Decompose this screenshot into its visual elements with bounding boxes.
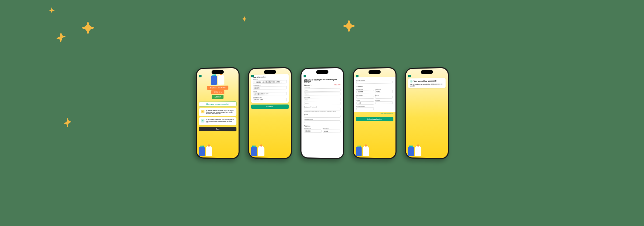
- app-logo-icon: [251, 75, 254, 77]
- phone-input[interactable]: [304, 120, 340, 123]
- add-more-members-link[interactable]: + Add more members: [354, 112, 395, 115]
- room-label: Room number: [356, 105, 393, 107]
- success-title: Your request has been sent!: [413, 80, 436, 82]
- phone-mockup-2: ← Your information Address 〒252-0318 神奈川…: [248, 67, 292, 159]
- sun-icon: ☀: [201, 110, 204, 113]
- star-icon: [342, 19, 356, 34]
- room-input[interactable]: [356, 107, 374, 110]
- street-label: Street: [356, 100, 374, 101]
- share-energy-button[interactable]: Share your energy production: [199, 101, 236, 106]
- ribbon-1: あなたのエネルギーを: [207, 85, 228, 90]
- start-button[interactable]: Start: [199, 127, 236, 131]
- phone-mockup-1: あなたのエネルギーを 大切な方へ お裾分け Share your energy …: [196, 67, 240, 159]
- group-icon: ⚘: [201, 119, 204, 122]
- king-mascot-icon: [211, 76, 217, 85]
- ribbon-3: お裾分け: [212, 95, 223, 99]
- success-card: ✓Your request has been sent! We will get…: [408, 78, 446, 88]
- submit-application-button[interactable]: Submit application: [356, 117, 393, 121]
- postal-label: Postal code: [304, 128, 321, 129]
- customer-id-label: Customer ID (optional): [304, 106, 340, 107]
- back-icon[interactable]: ←: [408, 71, 410, 73]
- lastname-kana-input[interactable]: Kana: [304, 92, 340, 95]
- success-body: We will get back to you with the details…: [410, 83, 444, 87]
- queen-mascot-icon: [206, 146, 212, 156]
- app-logo-icon: [199, 75, 201, 77]
- postal-input[interactable]: 1510053: [356, 90, 374, 94]
- share-with-heading: With whom would you like to share your e…: [304, 78, 340, 82]
- app-logo-icon: [303, 75, 306, 77]
- consumer-info-text: As an energy consumer, you can be part o…: [206, 119, 234, 123]
- queen-mascot-icon: [258, 146, 264, 156]
- prefecture-select[interactable]: 北海道: [322, 130, 340, 133]
- star-icon: [240, 16, 248, 24]
- customer-id-input[interactable]: 0003345: [253, 86, 287, 89]
- phone-mockup-5: ← ✓Your request has been sent! We will g…: [405, 67, 449, 159]
- customer-id-hint: Adding customer ID helps us process your…: [304, 111, 340, 112]
- clear-member-link[interactable]: × Not here: [334, 84, 340, 85]
- building-label: Building: [375, 99, 392, 101]
- star-icon: [55, 31, 67, 44]
- check-icon: ✓: [410, 80, 413, 82]
- prefecture-select[interactable]: 北海道: [375, 90, 392, 93]
- king-mascot-icon: [356, 146, 361, 156]
- star-icon: [80, 21, 95, 36]
- king-mascot-icon: [199, 146, 204, 156]
- app-logo-icon: [356, 75, 358, 77]
- firstname-kana-input[interactable]: Kana: [304, 102, 340, 105]
- back-icon[interactable]: ←: [251, 71, 253, 73]
- district-label: District: [375, 94, 392, 96]
- welcome-banner: あなたのエネルギーを 大切な方へ お裾分け: [197, 68, 238, 100]
- street-input[interactable]: 1-1-1: [356, 101, 374, 105]
- ribbon-2: 大切な方へ: [211, 90, 224, 94]
- continue-button[interactable]: Continue: [251, 104, 289, 109]
- phone-mockup-3: ← With whom would you like to share your…: [300, 67, 344, 159]
- email-input[interactable]: admin@codeborne.com: [253, 92, 287, 95]
- app-logo-icon: [408, 75, 411, 77]
- king-mascot-icon: [251, 146, 257, 156]
- star-icon: [62, 117, 73, 128]
- firstname-kanji-input[interactable]: Kanji: [304, 98, 340, 101]
- member-1-label: Member 1: [304, 84, 311, 86]
- email-label: E-mail: [304, 113, 340, 115]
- prefecture-label: Prefecture: [322, 128, 340, 130]
- back-icon[interactable]: ←: [303, 71, 306, 73]
- address-select[interactable]: 〒252-0318 神奈川県 相模原市南区 上鶴間1-…: [253, 80, 287, 84]
- queen-mascot-icon: [415, 146, 421, 156]
- star-icon: [47, 6, 56, 16]
- municipality-input[interactable]: [356, 96, 374, 99]
- your-information-card: Your information Address 〒252-0318 神奈川県 …: [251, 74, 289, 103]
- queen-mascot-icon: [363, 146, 369, 156]
- district-input[interactable]: [375, 96, 392, 99]
- your-information-heading: Your information: [253, 76, 287, 78]
- phone-input[interactable]: 042-729-0332: [253, 98, 287, 101]
- producer-info-text: As a small energy producer, you can shar…: [206, 109, 234, 114]
- queen-mascot-icon: [218, 74, 224, 84]
- phone-label: Phone number: [304, 119, 340, 120]
- building-input[interactable]: [375, 101, 392, 104]
- king-mascot-icon: [408, 146, 414, 156]
- phone-mockup-row: あなたのエネルギーを 大切な方へ お裾分け Share your energy …: [195, 67, 449, 159]
- lastname-kanji-input[interactable]: Kanji: [304, 88, 340, 92]
- phone-mockup-4: Phone number Address Postal code1510053 …: [353, 67, 396, 159]
- email-input[interactable]: [304, 115, 340, 117]
- municipality-label: Municipality: [356, 94, 374, 96]
- postal-input[interactable]: 1510053: [304, 129, 321, 132]
- customer-id-input[interactable]: [304, 107, 340, 110]
- consumer-info-card: ⚘ As an energy consumer, you can be part…: [199, 117, 236, 125]
- producer-info-card: ☀ As a small energy producer, you can sh…: [199, 108, 236, 116]
